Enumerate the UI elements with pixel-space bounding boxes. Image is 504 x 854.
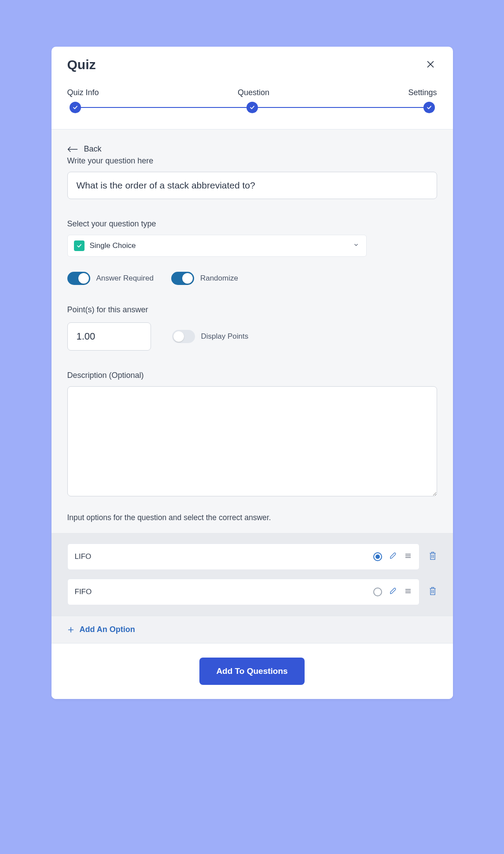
display-points-label: Display Points: [201, 332, 249, 341]
description-textarea[interactable]: [67, 386, 437, 496]
step-dot-2[interactable]: [246, 102, 258, 113]
drag-handle-icon[interactable]: [404, 587, 412, 597]
step-label-3[interactable]: Settings: [408, 88, 437, 97]
add-to-questions-button[interactable]: Add To Questions: [199, 658, 304, 685]
randomize-label: Randomize: [200, 274, 238, 283]
option-text: LIFO: [75, 552, 92, 561]
step-label-2[interactable]: Question: [238, 88, 269, 97]
type-label: Select your question type: [67, 219, 437, 229]
options-panel: LIFO FIFO: [52, 533, 453, 616]
option-radio[interactable]: [373, 588, 382, 596]
trash-icon: [428, 551, 437, 561]
display-points-toggle[interactable]: [172, 330, 195, 343]
answer-required-toggle[interactable]: [67, 272, 90, 285]
description-label: Description (Optional): [67, 371, 437, 380]
option-row: LIFO: [67, 543, 437, 570]
close-button[interactable]: [424, 58, 437, 72]
drag-handle-icon[interactable]: [404, 552, 412, 562]
check-icon: [74, 240, 85, 251]
plus-icon: [67, 626, 74, 633]
question-label: Write your question here: [67, 156, 437, 166]
check-icon: [426, 104, 432, 111]
question-input[interactable]: [67, 172, 437, 199]
delete-option-button[interactable]: [428, 586, 437, 598]
options-hint: Input options for the question and selec…: [67, 513, 437, 522]
points-label: Point(s) for this answer: [67, 305, 437, 314]
modal-body: Back Write your question here Select you…: [52, 129, 453, 699]
add-option-button[interactable]: Add An Option: [52, 616, 453, 643]
type-selected: Single Choice: [90, 241, 136, 250]
points-input[interactable]: [67, 322, 151, 351]
step-dot-1[interactable]: [70, 102, 81, 113]
stepper: Quiz Info Question Settings: [52, 76, 453, 129]
trash-icon: [428, 586, 437, 596]
arrow-left-icon: [67, 146, 78, 153]
quiz-modal: Quiz Quiz Info Question Settings Back Wr…: [52, 47, 453, 699]
delete-option-button[interactable]: [428, 551, 437, 562]
option-box[interactable]: LIFO: [67, 543, 419, 570]
check-icon: [249, 104, 255, 111]
answer-required-label: Answer Required: [96, 274, 154, 283]
option-radio[interactable]: [373, 552, 382, 561]
modal-title: Quiz: [67, 57, 96, 72]
back-label: Back: [84, 144, 102, 154]
step-label-1[interactable]: Quiz Info: [67, 88, 99, 97]
back-button[interactable]: Back: [67, 144, 437, 154]
option-box[interactable]: FIFO: [67, 579, 419, 605]
step-dot-3[interactable]: [423, 102, 435, 113]
check-icon: [72, 104, 78, 111]
question-type-select[interactable]: Single Choice: [67, 235, 367, 257]
chevron-down-icon: [353, 242, 359, 250]
modal-footer: Add To Questions: [52, 643, 453, 699]
close-icon: [426, 59, 435, 69]
modal-header: Quiz: [52, 47, 453, 76]
edit-icon[interactable]: [389, 552, 397, 562]
edit-icon[interactable]: [389, 587, 397, 597]
randomize-toggle[interactable]: [171, 272, 194, 285]
option-row: FIFO: [67, 579, 437, 605]
add-option-label: Add An Option: [80, 625, 135, 634]
option-text: FIFO: [75, 588, 92, 596]
